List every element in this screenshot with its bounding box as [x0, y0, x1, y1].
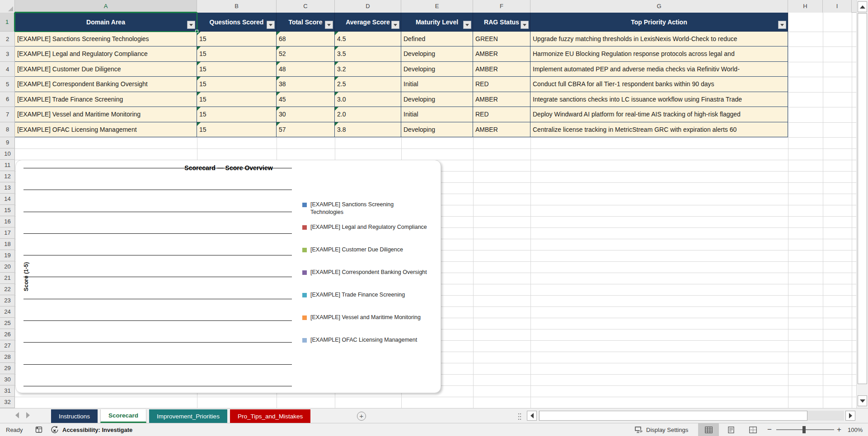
- cell-total[interactable]: 68: [277, 32, 335, 46]
- cell-maturity[interactable]: Developing: [401, 92, 473, 107]
- legend-entry[interactable]: [EXAMPLE] OFAC Licensing Management: [302, 336, 438, 359]
- row-header-19[interactable]: 19: [0, 250, 15, 261]
- cell-questions[interactable]: 15: [197, 92, 277, 107]
- scroll-down-button[interactable]: [858, 395, 867, 406]
- cell-action[interactable]: Harmonize EU Blocking Regulation respons…: [530, 46, 788, 61]
- tab-instructions[interactable]: Instructions: [51, 409, 98, 423]
- cell-action[interactable]: Conduct full CBRA for all Tier-1 respond…: [530, 77, 788, 92]
- row-header-2[interactable]: 2: [0, 32, 15, 46]
- row-header-26[interactable]: 26: [0, 329, 15, 340]
- column-header-F[interactable]: F: [473, 0, 530, 13]
- legend-entry[interactable]: [EXAMPLE] Customer Due Diligence: [302, 246, 438, 269]
- column-header-B[interactable]: B: [197, 0, 277, 13]
- cell-avg[interactable]: 2.5: [335, 77, 401, 92]
- select-all-corner[interactable]: [0, 0, 15, 13]
- cell-action[interactable]: Centralize license tracking in MetricStr…: [530, 122, 788, 137]
- filter-dropdown-button[interactable]: [267, 21, 275, 29]
- scroll-right-button[interactable]: [845, 411, 855, 421]
- tab-improvement_priorities[interactable]: Improvement_Priorities: [149, 409, 227, 423]
- cell-rag[interactable]: RED: [473, 107, 530, 122]
- row-header-17[interactable]: 17: [0, 227, 15, 239]
- row-header-21[interactable]: 21: [0, 273, 15, 284]
- cell-domain[interactable]: [EXAMPLE] OFAC Licensing Management: [15, 122, 197, 137]
- cell-total[interactable]: 30: [277, 107, 335, 122]
- row-header-1[interactable]: 1: [0, 13, 15, 32]
- row-header-8[interactable]: 8: [0, 122, 15, 137]
- vertical-scrollbar-thumb[interactable]: [858, 13, 867, 384]
- scroll-left-button[interactable]: [527, 411, 537, 421]
- cell-domain[interactable]: [EXAMPLE] Legal and Regulatory Complianc…: [15, 46, 197, 61]
- row-header-32[interactable]: 32: [0, 397, 15, 408]
- next-sheet-icon[interactable]: [26, 412, 30, 418]
- zoom-level[interactable]: 100%: [848, 423, 863, 436]
- cell-rag[interactable]: RED: [473, 77, 530, 92]
- new-sheet-button[interactable]: +: [357, 412, 366, 421]
- cell-maturity[interactable]: Initial: [401, 77, 473, 92]
- cell-maturity[interactable]: Developing: [401, 62, 473, 77]
- prev-sheet-icon[interactable]: [15, 412, 19, 418]
- cell-rag[interactable]: AMBER: [473, 92, 530, 107]
- row-header-22[interactable]: 22: [0, 284, 15, 295]
- accessibility-checker-icon[interactable]: [51, 423, 59, 436]
- macro-record-icon[interactable]: [35, 423, 42, 436]
- cell-total[interactable]: 45: [277, 92, 335, 107]
- zoom-in-button[interactable]: +: [837, 423, 841, 436]
- column-header-E[interactable]: E: [401, 0, 473, 13]
- cell-rag[interactable]: AMBER: [473, 62, 530, 77]
- cell-action[interactable]: Implement automated PEP and adverse medi…: [530, 62, 788, 77]
- cell-questions[interactable]: 15: [197, 46, 277, 61]
- filter-dropdown-button[interactable]: [187, 21, 195, 29]
- column-header-D[interactable]: D: [335, 0, 401, 13]
- filter-dropdown-button[interactable]: [463, 21, 471, 29]
- row-header-11[interactable]: 11: [0, 160, 15, 171]
- cell-domain[interactable]: [EXAMPLE] Trade Finance Screening: [15, 92, 197, 107]
- row-header-4[interactable]: 4: [0, 62, 15, 77]
- cell-maturity[interactable]: Defined: [401, 32, 473, 46]
- vertical-scrollbar[interactable]: [856, 0, 868, 408]
- page-break-preview-button[interactable]: [742, 423, 763, 436]
- column-header-G[interactable]: G: [530, 0, 788, 13]
- cell-rag[interactable]: AMBER: [473, 122, 530, 137]
- column-header-C[interactable]: C: [277, 0, 335, 13]
- row-header-25[interactable]: 25: [0, 318, 15, 329]
- row-header-14[interactable]: 14: [0, 194, 15, 205]
- filter-dropdown-button[interactable]: [325, 21, 333, 29]
- row-header-24[interactable]: 24: [0, 306, 15, 318]
- tab-splitter-grip[interactable]: [518, 413, 521, 420]
- horizontal-scrollbar-thumb[interactable]: [539, 411, 807, 421]
- row-header-7[interactable]: 7: [0, 107, 15, 122]
- legend-entry[interactable]: [EXAMPLE] Legal and Regulatory Complianc…: [302, 223, 438, 246]
- row-header-27[interactable]: 27: [0, 340, 15, 352]
- cell-domain[interactable]: [EXAMPLE] Vessel and Maritime Monitoring: [15, 107, 197, 122]
- cell-domain[interactable]: [EXAMPLE] Customer Due Diligence: [15, 62, 197, 77]
- filter-dropdown-button[interactable]: [521, 21, 529, 29]
- row-header-15[interactable]: 15: [0, 205, 15, 216]
- column-header-A[interactable]: A: [15, 0, 197, 13]
- cell-maturity[interactable]: Initial: [401, 107, 473, 122]
- cell-action[interactable]: Upgrade fuzzy matching thresholds in Lex…: [530, 32, 788, 46]
- row-header-3[interactable]: 3: [0, 46, 15, 61]
- row-header-30[interactable]: 30: [0, 374, 15, 385]
- cell-action[interactable]: Deploy Windward AI platform for real-tim…: [530, 107, 788, 122]
- cell-questions[interactable]: 15: [197, 62, 277, 77]
- cell-avg[interactable]: 3.0: [335, 92, 401, 107]
- display-settings-icon[interactable]: [634, 423, 643, 436]
- cell-questions[interactable]: 15: [197, 77, 277, 92]
- row-header-6[interactable]: 6: [0, 92, 15, 107]
- cell-action[interactable]: Integrate sanctions checks into LC issua…: [530, 92, 788, 107]
- row-header-9[interactable]: 9: [0, 137, 15, 148]
- cell-avg[interactable]: 3.8: [335, 122, 401, 137]
- cell-maturity[interactable]: Developing: [401, 122, 473, 137]
- cell-maturity[interactable]: Developing: [401, 46, 473, 61]
- normal-view-button[interactable]: [698, 423, 719, 436]
- fill-handle[interactable]: [195, 30, 198, 33]
- tab-scorecard[interactable]: Scorecard: [100, 409, 146, 423]
- cell-avg[interactable]: 4.5: [335, 32, 401, 46]
- cell-rag[interactable]: AMBER: [473, 46, 530, 61]
- cell-domain[interactable]: [EXAMPLE] Sanctions Screening Technologi…: [15, 32, 197, 46]
- zoom-out-button[interactable]: −: [767, 423, 772, 436]
- row-header-12[interactable]: 12: [0, 171, 15, 182]
- legend-entry[interactable]: [EXAMPLE] Sanctions Screening Technologi…: [302, 201, 438, 223]
- row-header-13[interactable]: 13: [0, 182, 15, 194]
- cell-total[interactable]: 38: [277, 77, 335, 92]
